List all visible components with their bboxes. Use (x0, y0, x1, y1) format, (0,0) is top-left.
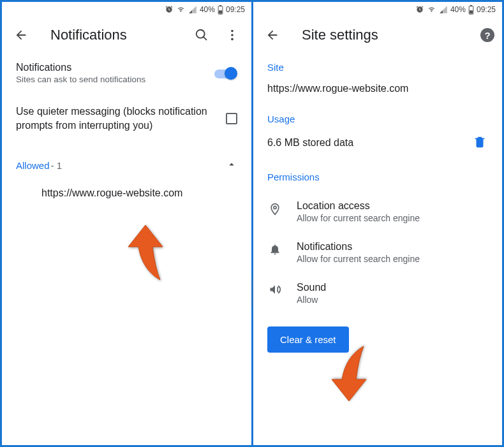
annotation-arrow-1 (123, 224, 168, 281)
back-button[interactable] (261, 24, 284, 47)
battery-icon (468, 5, 474, 15)
permission-sound-row[interactable]: Sound Allow (253, 273, 502, 314)
notifications-label: Notifications (297, 241, 488, 253)
allowed-count: - 1 (51, 160, 63, 171)
svg-point-9 (274, 206, 276, 209)
allowed-site-row[interactable]: https://www.rogue-website.com (2, 176, 251, 210)
back-button[interactable] (10, 24, 33, 47)
site-section-header: Site (253, 53, 502, 77)
clear-reset-button[interactable]: Clear & reset (267, 326, 349, 353)
svg-rect-2 (219, 10, 222, 13)
permission-location-row[interactable]: Location access Allow for current search… (253, 186, 502, 232)
alarm-icon (165, 5, 174, 14)
status-bar: 40% 09:25 (253, 2, 502, 17)
quieter-messaging-row[interactable]: Use quieter messaging (blocks notificati… (2, 93, 251, 143)
allowed-header[interactable]: Allowed - 1 (2, 143, 251, 176)
help-button[interactable]: ? (480, 28, 494, 42)
notifications-toggle-row[interactable]: Notifications Sites can ask to send noti… (2, 53, 251, 93)
battery-pct: 40% (450, 5, 466, 14)
location-icon (267, 200, 283, 217)
svg-rect-8 (470, 10, 473, 13)
location-label: Location access (297, 200, 488, 212)
quieter-label: Use quieter messaging (blocks notificati… (16, 105, 226, 132)
page-title: Site settings (302, 27, 473, 43)
sound-icon (267, 282, 283, 296)
svg-point-4 (231, 34, 233, 36)
battery-icon (218, 5, 223, 15)
chevron-up-icon (226, 159, 237, 172)
alarm-icon (415, 5, 424, 14)
notifications-label: Notifications (16, 62, 214, 73)
notifications-sub: Sites can ask to send notifications (16, 75, 214, 84)
location-sub: Allow for current search engine (297, 213, 488, 223)
svg-rect-7 (470, 5, 472, 6)
quieter-checkbox[interactable] (226, 113, 237, 124)
site-url-row: https://www.rogue-website.com (253, 77, 502, 105)
sound-label: Sound (297, 282, 488, 293)
notifications-sub: Allow for current search engine (297, 254, 488, 264)
sound-sub: Allow (297, 295, 488, 305)
stored-data-row[interactable]: 6.6 MB stored data (253, 128, 502, 163)
clock-time: 09:25 (477, 5, 496, 14)
delete-icon[interactable] (473, 135, 488, 151)
allowed-label: Allowed (16, 160, 50, 171)
svg-point-5 (231, 38, 233, 41)
svg-point-3 (231, 30, 233, 33)
wifi-icon (427, 5, 436, 14)
site-url: https://www.rogue-website.com (41, 187, 182, 199)
stored-data-label: 6.6 MB stored data (267, 137, 473, 149)
signal-icon (188, 5, 197, 14)
bell-icon (267, 241, 283, 256)
battery-pct: 40% (200, 5, 215, 14)
annotation-arrow-2 (327, 345, 371, 402)
permission-notifications-row[interactable]: Notifications Allow for current search e… (253, 232, 502, 273)
clock-time: 09:25 (226, 5, 245, 14)
search-button[interactable] (190, 24, 213, 47)
app-bar: Site settings ? (253, 17, 502, 53)
screen-notifications: 40% 09:25 Notifications Notifications Si… (2, 2, 251, 445)
svg-rect-1 (219, 5, 221, 6)
permissions-section-header: Permissions (253, 163, 502, 186)
screen-site-settings: 40% 09:25 Site settings ? Site https://w… (253, 2, 502, 445)
notifications-toggle[interactable] (214, 67, 237, 80)
wifi-icon (176, 5, 186, 14)
site-url: https://www.rogue-website.com (267, 83, 408, 94)
page-title: Notifications (50, 27, 182, 43)
more-button[interactable] (221, 24, 244, 47)
usage-section-header: Usage (253, 105, 502, 128)
signal-icon (439, 5, 448, 14)
status-bar: 40% 09:25 (2, 2, 251, 17)
app-bar: Notifications (2, 17, 251, 53)
